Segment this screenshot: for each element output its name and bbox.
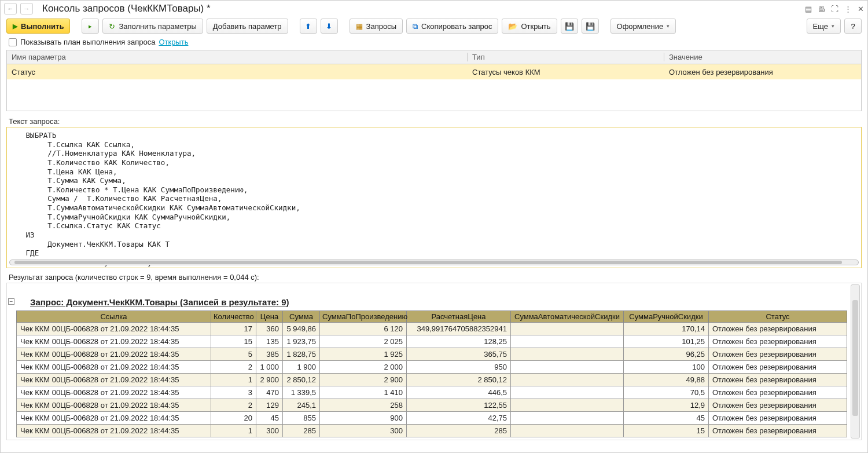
maximize-icon[interactable]: ⛶ xyxy=(831,5,838,13)
col-sum[interactable]: Сумма xyxy=(283,311,320,323)
cell-sum: 245,1 xyxy=(283,399,320,412)
param-header-type: Тип xyxy=(468,53,664,61)
cell-link: Чек ККМ 00ЦБ-006828 от 21.09.2022 18:44:… xyxy=(17,361,211,374)
cell-prod: 2 900 xyxy=(320,374,407,386)
window-title: Консоль запросов (ЧекККМТовары) * xyxy=(42,3,801,14)
print-icon[interactable]: 🖶 xyxy=(818,5,825,13)
query-editor[interactable]: ВЫБРАТЬ Т.Ссылка КАК Ссылка, //Т.Номенкл… xyxy=(6,127,862,268)
plan-row: Показывать план выполнения запроса Откры… xyxy=(1,35,867,49)
main-toolbar: ▶ Выполнить ▸ ↻ Заполнить параметры Доба… xyxy=(1,17,867,35)
cell-qty: 1 xyxy=(211,425,256,437)
col-calc[interactable]: РасчетнаяЦена xyxy=(407,311,511,323)
save-button[interactable]: 💾 xyxy=(561,19,578,34)
back-button[interactable]: ← xyxy=(4,3,17,14)
cell-man: 170,14 xyxy=(624,323,709,335)
cell-auto xyxy=(511,323,624,335)
table-row[interactable]: Чек ККМ 00ЦБ-006828 от 21.09.2022 18:44:… xyxy=(17,399,847,412)
fill-params-button[interactable]: ↻ Заполнить параметры xyxy=(102,19,203,34)
table-row[interactable]: Чек ККМ 00ЦБ-006828 от 21.09.2022 18:44:… xyxy=(17,335,847,348)
fill-params-label: Заполнить параметры xyxy=(119,22,196,31)
cell-man: 100 xyxy=(624,361,709,374)
cell-man: 101,25 xyxy=(624,335,709,348)
more-menu-icon[interactable]: ⋮ xyxy=(844,5,852,13)
cell-sum: 1 923,75 xyxy=(283,335,320,348)
run-button[interactable]: ▶ Выполнить xyxy=(6,19,70,34)
cell-man: 45 xyxy=(624,412,709,425)
cell-qty: 3 xyxy=(211,386,256,399)
queries-label: Запросы xyxy=(366,22,396,31)
execute-step-button[interactable]: ▸ xyxy=(82,19,99,34)
close-icon[interactable]: ✕ xyxy=(858,5,864,13)
cell-prod: 900 xyxy=(320,412,407,425)
cell-price: 385 xyxy=(256,348,283,361)
param-row-type: Статусы чеков ККМ xyxy=(468,68,664,76)
cell-man: 15 xyxy=(624,425,709,437)
dropdown-icon: ▾ xyxy=(832,23,834,29)
queries-button[interactable]: ▦ Запросы xyxy=(350,19,403,34)
table-row[interactable]: Чек ККМ 00ЦБ-006828 от 21.09.2022 18:44:… xyxy=(17,386,847,399)
col-status[interactable]: Статус xyxy=(709,311,847,323)
cell-man: 49,88 xyxy=(624,374,709,386)
cell-link: Чек ККМ 00ЦБ-006828 от 21.09.2022 18:44:… xyxy=(17,348,211,361)
cell-status: Отложен без резервирования xyxy=(709,425,847,437)
table-row[interactable]: Чек ККМ 00ЦБ-006828 от 21.09.2022 18:44:… xyxy=(17,348,847,361)
help-button[interactable]: ? xyxy=(844,19,862,34)
param-row[interactable]: Статус Статусы чеков ККМ Отложен без рез… xyxy=(7,64,861,79)
cell-auto xyxy=(511,386,624,399)
col-link[interactable]: Ссылка xyxy=(17,311,211,323)
col-prod[interactable]: СуммаПоПроизведению xyxy=(320,311,407,323)
cell-price: 45 xyxy=(256,412,283,425)
step-icon: ▸ xyxy=(89,23,92,30)
cell-calc: 2 850,12 xyxy=(407,374,511,386)
params-blank xyxy=(7,79,861,111)
table-row[interactable]: Чек ККМ 00ЦБ-006828 от 21.09.2022 18:44:… xyxy=(17,323,847,335)
cell-status: Отложен без резервирования xyxy=(709,412,847,425)
save-icon: 💾 xyxy=(565,23,574,30)
cell-price: 1 000 xyxy=(256,361,283,374)
copy-query-button[interactable]: ⧉ Скопировать запрос xyxy=(406,19,498,34)
copy-icon: ⧉ xyxy=(413,23,418,30)
add-param-button[interactable]: Добавить параметр xyxy=(207,19,288,34)
move-up-button[interactable]: ⬆ xyxy=(300,19,317,34)
col-man[interactable]: СуммаРучнойСкидки xyxy=(624,311,709,323)
col-price[interactable]: Цена xyxy=(256,311,283,323)
col-qty[interactable]: Количество xyxy=(211,311,256,323)
table-row[interactable]: Чек ККМ 00ЦБ-006828 от 21.09.2022 18:44:… xyxy=(17,361,847,374)
cell-man: 70,5 xyxy=(624,386,709,399)
cell-sum: 1 828,75 xyxy=(283,348,320,361)
cell-qty: 2 xyxy=(211,399,256,412)
show-plan-checkbox[interactable] xyxy=(9,38,17,46)
open-plan-link[interactable]: Открыть xyxy=(159,38,188,46)
query-horizontal-scrollbar[interactable] xyxy=(9,260,859,265)
params-header: Имя параметра Тип Значение xyxy=(7,50,861,64)
param-header-value: Значение xyxy=(664,53,861,61)
result-collapse-toggle[interactable]: − xyxy=(8,298,14,305)
result-header-row: Ссылка Количество Цена Сумма СуммаПоПрои… xyxy=(17,311,847,323)
play-icon: ▶ xyxy=(13,23,17,30)
report-icon[interactable]: ▤ xyxy=(805,5,812,13)
params-table: Имя параметра Тип Значение Статус Статус… xyxy=(6,50,862,111)
cell-calc: 349,991764705882352941 xyxy=(407,323,511,335)
cell-price: 129 xyxy=(256,399,283,412)
cell-link: Чек ККМ 00ЦБ-006828 от 21.09.2022 18:44:… xyxy=(17,335,211,348)
col-auto[interactable]: СуммаАвтоматическойСкидки xyxy=(511,311,624,323)
cell-sum: 1 339,5 xyxy=(283,386,320,399)
cell-auto xyxy=(511,361,624,374)
design-button[interactable]: Оформление ▾ xyxy=(610,19,676,34)
cell-status: Отложен без резервирования xyxy=(709,386,847,399)
table-row[interactable]: Чек ККМ 00ЦБ-006828 от 21.09.2022 18:44:… xyxy=(17,412,847,425)
table-row[interactable]: Чек ККМ 00ЦБ-006828 от 21.09.2022 18:44:… xyxy=(17,425,847,437)
cell-sum: 855 xyxy=(283,412,320,425)
open-file-button[interactable]: 📂 Открыть xyxy=(502,19,557,34)
result-vertical-scrollbar[interactable] xyxy=(851,284,860,439)
cell-qty: 5 xyxy=(211,348,256,361)
save-as-button[interactable]: 💾 xyxy=(582,19,599,34)
forward-button[interactable]: → xyxy=(20,3,33,14)
more-button[interactable]: Еще ▾ xyxy=(807,19,841,34)
table-row[interactable]: Чек ККМ 00ЦБ-006828 от 21.09.2022 18:44:… xyxy=(17,374,847,386)
move-down-button[interactable]: ⬇ xyxy=(321,19,338,34)
cell-sum: 5 949,86 xyxy=(283,323,320,335)
cell-auto xyxy=(511,374,624,386)
cell-auto xyxy=(511,335,624,348)
cell-price: 300 xyxy=(256,425,283,437)
